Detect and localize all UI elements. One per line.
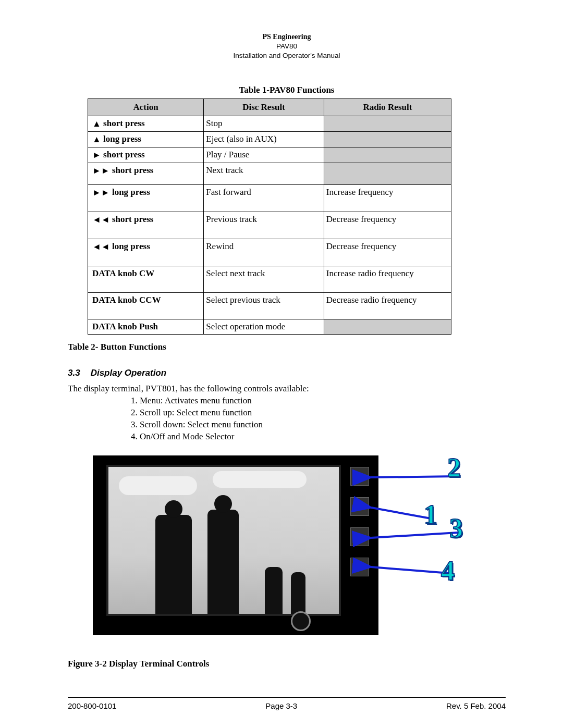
disc-result-cell: Fast forward [204,185,324,212]
control-knob-icon [291,611,311,631]
table-row: ◄◄ long pressRewindDecrease frequency [88,239,451,266]
section-3-3-intro: The display terminal, PVT801, has the fo… [68,384,506,394]
callout-number-1: 1 [424,499,437,530]
header-model: PAV80 [68,42,506,51]
col-radio: Radio Result [324,99,451,116]
disc-result-cell: Eject (also in AUX) [204,132,324,147]
table-row: ► short pressPlay / Pause [88,147,451,163]
action-text: long press [110,241,150,251]
action-text: short press [110,214,154,224]
list-item: On/Off and Mode Selector [140,431,506,443]
action-cell: DATA knob CCW [88,293,204,319]
table-row: ►► long pressFast forwardIncrease freque… [88,185,451,212]
action-text: long press [110,187,150,197]
radio-result-cell: Increase radio frequency [324,266,451,293]
list-item: Scroll up: Select menu function [140,407,506,419]
section-3-3-heading: 3.3Display Operation [68,368,506,378]
action-cell: DATA knob CW [88,266,204,293]
footer-left: 200-800-0101 [68,701,116,710]
action-cell: ◄◄ short press [88,212,204,239]
section-3-3-title: Display Operation [91,368,166,378]
table-row: ▲ long pressEject (also in AUX) [88,132,451,147]
radio-result-cell [324,147,451,163]
figure-3-2-caption: Figure 3-2 Display Terminal Controls [68,659,506,669]
action-cell: ► short press [88,147,204,163]
radio-result-cell: Increase frequency [324,185,451,212]
page-header: PS Engineering PAV80 Installation and Op… [68,32,506,60]
disc-result-cell: Select operation mode [204,319,324,335]
svg-line-3 [371,533,458,538]
table-row: ►► short pressNext track [88,163,451,185]
col-action: Action [88,99,204,116]
table-row: DATA knob CCWSelect previous trackDecrea… [88,293,451,319]
col-disc: Disc Result [204,99,324,116]
header-doctype: Installation and Operator's Manual [68,51,506,60]
table-row: DATA knob CWSelect next trackIncrease ra… [88,266,451,293]
action-cell: ▲ short press [88,116,204,132]
action-text: DATA knob Push [92,322,158,331]
section-3-3-number: 3.3 [68,368,80,378]
action-symbol-icon: ►► [92,188,110,198]
action-symbol-icon: ►► [92,166,110,176]
disc-result-cell: Rewind [204,239,324,266]
action-text: short press [101,118,145,128]
controls-list: Menu: Activates menu functionScroll up: … [140,395,506,443]
svg-line-4 [371,567,449,573]
action-symbol-icon: ► [92,150,101,161]
action-cell: ◄◄ long press [88,239,204,266]
action-symbol-icon: ▲ [92,119,101,129]
radio-result-cell: Decrease frequency [324,239,451,266]
action-cell: ▲ long press [88,132,204,147]
radio-result-cell [324,319,451,335]
display-terminal: ▲ ■ ▼ ⏻ [93,455,378,635]
action-text: DATA knob CCW [92,295,161,305]
disc-result-cell: Select previous track [204,293,324,319]
display-screen [106,465,341,616]
header-company: PS Engineering [68,32,506,42]
disc-result-cell: Previous track [204,212,324,239]
table-row: DATA knob PushSelect operation mode [88,319,451,335]
footer-rule [68,697,506,698]
functions-table: Action Disc Result Radio Result ▲ short … [88,98,451,335]
table-row: ▲ short pressStop [88,116,451,132]
action-text: long press [101,134,141,144]
table-row: ◄◄ short pressPrevious trackDecrease fre… [88,212,451,239]
disc-result-cell: Play / Pause [204,147,324,163]
radio-result-cell: Decrease radio frequency [324,293,451,319]
action-cell: ►► short press [88,163,204,185]
svg-line-1 [371,508,434,519]
action-symbol-icon: ◄◄ [92,215,110,225]
disc-result-cell: Select next track [204,266,324,293]
disc-result-cell: Stop [204,116,324,132]
power-mode-button-icon: ⏻ [350,558,369,576]
footer-center: Page 3-3 [265,701,297,710]
svg-line-2 [371,476,457,477]
radio-result-cell [324,163,451,185]
list-item: Menu: Activates menu function [140,395,506,407]
menu-button-icon: ■ [350,497,369,516]
action-text: short press [110,165,154,175]
disc-result-cell: Next track [204,163,324,185]
scroll-down-button-icon: ▼ [350,527,369,546]
action-cell: ►► long press [88,185,204,212]
callout-number-4: 4 [441,556,455,586]
radio-result-cell: Decrease frequency [324,212,451,239]
radio-result-cell [324,116,451,132]
action-symbol-icon: ▲ [92,134,101,145]
table1-title: Table 1-PAV80 Functions [68,85,506,95]
action-symbol-icon: ◄◄ [92,242,110,252]
footer-right: Rev. 5 Feb. 2004 [446,701,506,710]
list-item: Scroll down: Select menu function [140,419,506,431]
table2-label: Table 2- Button Functions [68,342,506,352]
callout-number-3: 3 [449,513,463,544]
action-text: short press [101,150,145,159]
page-footer: 200-800-0101 Page 3-3 Rev. 5 Feb. 2004 [68,701,506,710]
figure-3-2: ▲ ■ ▼ ⏻ 1 2 3 4 [93,455,468,653]
action-text: DATA knob CW [92,268,154,278]
scroll-up-button-icon: ▲ [350,467,369,486]
action-cell: DATA knob Push [88,319,204,335]
callout-number-2: 2 [447,452,461,483]
radio-result-cell [324,132,451,147]
